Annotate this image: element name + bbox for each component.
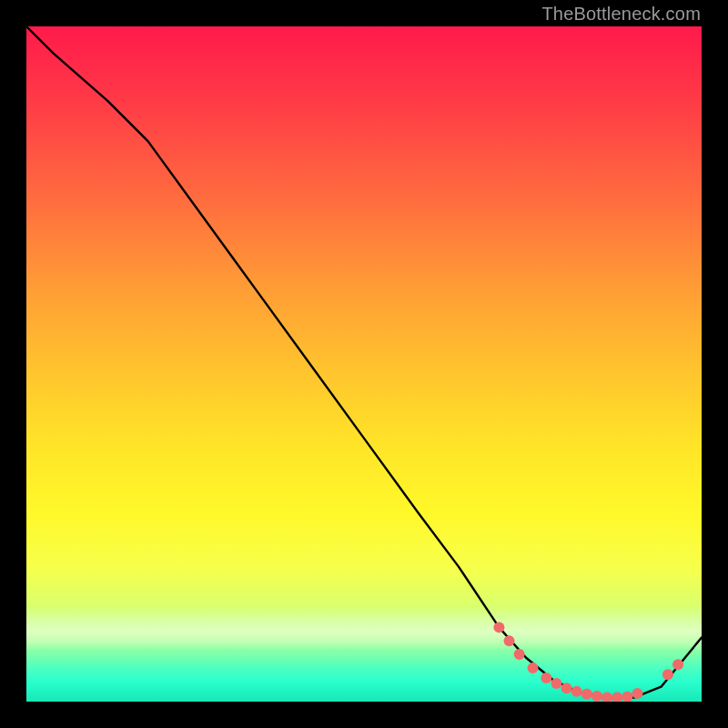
curve-marker <box>493 622 504 632</box>
curve-marker <box>592 691 602 702</box>
curve-marker <box>551 678 561 689</box>
watermark-text: TheBottleneck.com <box>541 4 701 25</box>
curve-marker <box>528 662 539 673</box>
curve-marker <box>632 688 643 699</box>
curve-marker <box>571 686 582 697</box>
chart-frame: TheBottleneck.com <box>0 0 728 728</box>
curve-marker <box>622 692 632 702</box>
curve-marker <box>662 669 673 680</box>
plot-area <box>26 26 702 702</box>
curve-marker <box>561 682 572 693</box>
curve-marker <box>612 693 622 702</box>
curve-marker <box>504 635 515 646</box>
curve-markers <box>493 622 683 702</box>
curve-marker <box>602 693 612 702</box>
curve-marker <box>581 689 592 700</box>
bottleneck-curve <box>26 26 702 698</box>
curve-marker <box>514 649 525 660</box>
highlight-band <box>26 607 702 651</box>
chart-svg <box>26 26 702 702</box>
curve-marker <box>672 659 683 670</box>
curve-marker <box>541 672 551 683</box>
